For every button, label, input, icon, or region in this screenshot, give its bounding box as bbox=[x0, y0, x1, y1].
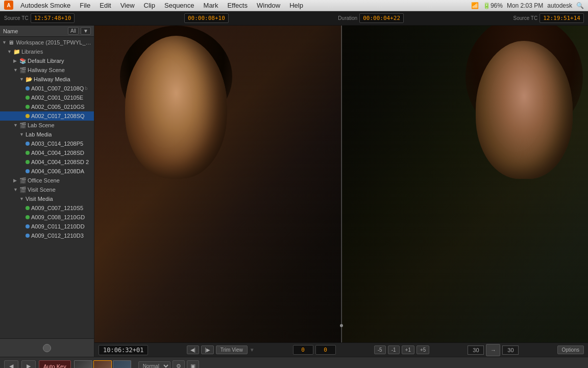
tool-btn-2[interactable]: ▶ bbox=[21, 360, 36, 369]
sidebar-item-a003c014[interactable]: A003_C014_1208P5 bbox=[0, 139, 94, 148]
thumbnail-3[interactable] bbox=[113, 360, 131, 369]
app-logo: A bbox=[4, 1, 13, 11]
frame-push-button[interactable]: → bbox=[486, 344, 500, 356]
trim-view-button[interactable]: Trim View bbox=[216, 346, 248, 354]
sidebar-item-hallway-scene[interactable]: ▼ 🎬 Hallway Scene bbox=[0, 65, 94, 75]
hallway-media-label: Hallway Media bbox=[34, 76, 70, 82]
step-plus5-button[interactable]: +5 bbox=[416, 346, 429, 354]
visit-media-toggle[interactable]: ▼ bbox=[19, 196, 26, 201]
sequence-tc-group: 00:00:08+10 bbox=[184, 13, 229, 23]
visit-toggle[interactable]: ▼ bbox=[13, 187, 19, 192]
step-minus1-button[interactable]: -1 bbox=[388, 346, 400, 354]
office-scene-icon: 🎬 bbox=[19, 177, 27, 184]
library-icon: 📚 bbox=[19, 58, 27, 64]
viewer-frame-left bbox=[94, 26, 341, 342]
view-mode-select[interactable]: Normal bbox=[138, 361, 170, 368]
default-lib-toggle[interactable]: ▶ bbox=[13, 58, 19, 63]
a004c006-label: A004_C006_1208DA bbox=[31, 168, 84, 174]
a004c004-sd-label: A004_C004_1208SD bbox=[31, 150, 84, 156]
sidebar-item-a009c012[interactable]: A009_C012_1210D3 bbox=[0, 231, 94, 240]
sidebar-item-a004c004-sd2[interactable]: A004_C004_1208SD 2 bbox=[0, 157, 94, 167]
viewer-timecode[interactable]: 10:06:32+01 bbox=[99, 345, 148, 355]
workspace-toggle[interactable]: ▼ bbox=[2, 40, 8, 45]
libraries-label: Libraries bbox=[21, 49, 43, 55]
sidebar-header: Name All ▼ bbox=[0, 26, 94, 37]
sidebar-item-lab-media[interactable]: ▼ Lab Media bbox=[0, 130, 94, 139]
menu-clip[interactable]: Clip bbox=[140, 1, 159, 10]
menu-mark[interactable]: Mark bbox=[200, 1, 223, 10]
options-button[interactable]: Options bbox=[557, 346, 584, 354]
sidebar-item-a001c007[interactable]: A001_C007_02108Q b bbox=[0, 84, 94, 93]
menu-help[interactable]: Help bbox=[285, 1, 307, 10]
sidebar-all-button[interactable]: All bbox=[68, 27, 79, 35]
sidebar-item-a002c017[interactable]: A002_C017_1208SQ bbox=[0, 111, 94, 121]
lab-scene-toggle[interactable]: ▼ bbox=[13, 123, 19, 128]
trim-right-input[interactable] bbox=[315, 345, 336, 355]
frame-count-2[interactable] bbox=[502, 346, 519, 355]
duration-value[interactable]: 00:00:04+22 bbox=[359, 13, 404, 23]
timecode-bar: Source TC 12:57:48+10 00:00:08+10 Durati… bbox=[0, 11, 588, 26]
menu-view[interactable]: View bbox=[116, 1, 139, 10]
source-tc-value[interactable]: 12:57:48+10 bbox=[31, 13, 75, 23]
sidebar-item-lab-scene[interactable]: ▼ 🎬 Lab Scene bbox=[0, 121, 94, 130]
sidebar-item-hallway-media[interactable]: ▼ 📂 Hallway Media bbox=[0, 75, 94, 84]
menu-file[interactable]: File bbox=[76, 1, 94, 10]
a009c012-label: A009_C012_1210D3 bbox=[31, 233, 84, 239]
sidebar-item-a009c008[interactable]: A009_C008_1210GD bbox=[0, 213, 94, 222]
prev-trim-button[interactable]: ◀| bbox=[187, 346, 200, 354]
clip-dot-a009c007 bbox=[26, 206, 30, 210]
auto-key-button[interactable]: Auto Key bbox=[39, 360, 71, 369]
view-icon-btn-2[interactable]: ▣ bbox=[187, 360, 199, 369]
lab-scene-icon: 🎬 bbox=[19, 122, 27, 129]
sidebar-item-a009c007[interactable]: A009_C007_1210S5 bbox=[0, 203, 94, 213]
step-plus1-button[interactable]: +1 bbox=[402, 346, 414, 354]
libraries-toggle[interactable]: ▼ bbox=[7, 49, 13, 54]
scene-icon: 🎬 bbox=[19, 67, 27, 74]
step-minus5-button[interactable]: -5 bbox=[374, 346, 386, 354]
sidebar-item-libraries[interactable]: ▼ 📁 Libraries bbox=[0, 47, 94, 56]
sidebar-item-a002c005[interactable]: A002_C005_0210GS bbox=[0, 102, 94, 111]
default-lib-label: Default Library bbox=[28, 58, 64, 64]
record-tc-value[interactable]: 12:19:51+14 bbox=[540, 13, 584, 23]
main-layout: Name All ▼ ▼ 🖥 Workspace (2015_TPWYL_01)… bbox=[0, 26, 588, 357]
menu-sequence[interactable]: Sequence bbox=[160, 1, 199, 10]
lab-media-toggle[interactable]: ▼ bbox=[19, 132, 26, 137]
sidebar-item-visit-scene[interactable]: ▼ 🎬 Visit Scene bbox=[0, 185, 94, 194]
hallway-media-toggle[interactable]: ▼ bbox=[19, 77, 26, 82]
frame-count-1[interactable] bbox=[468, 346, 484, 355]
sequence-tc-value[interactable]: 00:00:08+10 bbox=[184, 13, 229, 23]
menu-app-name[interactable]: Autodesk Smoke bbox=[16, 1, 75, 10]
visit-scene-label: Visit Scene bbox=[28, 187, 56, 193]
trim-left-input[interactable] bbox=[293, 345, 313, 355]
clip-color-dot-3 bbox=[26, 105, 30, 109]
tool-btn-1[interactable]: ◀ bbox=[4, 360, 18, 369]
menu-edit[interactable]: Edit bbox=[95, 1, 115, 10]
menu-effects[interactable]: Effects bbox=[223, 1, 252, 10]
view-icon-btn-1[interactable]: ⚙ bbox=[173, 360, 185, 369]
clip-color-dot-2 bbox=[26, 96, 30, 100]
office-toggle[interactable]: ▶ bbox=[13, 178, 19, 183]
viewer-controls-bottom: 10:06:32+01 ◀| |▶ Trim View ▼ -5 -1 +1 +… bbox=[94, 342, 588, 357]
sidebar-filter-button[interactable]: ▼ bbox=[81, 27, 91, 35]
thumbnail-1[interactable] bbox=[74, 360, 92, 369]
sidebar-item-a009c011[interactable]: A009_C011_1210DD bbox=[0, 222, 94, 231]
source-tc-label: Source TC bbox=[4, 15, 29, 21]
thumbnail-2[interactable] bbox=[93, 360, 112, 369]
sidebar-item-workspace[interactable]: ▼ 🖥 Workspace (2015_TPWYL_01) bbox=[0, 38, 94, 47]
search-icon[interactable]: 🔍 bbox=[576, 2, 584, 9]
sidebar-item-a004c006[interactable]: A004_C006_1208DA bbox=[0, 167, 94, 176]
sidebar-item-default-library[interactable]: ▶ 📚 Default Library bbox=[0, 56, 94, 65]
clip-color-dot-4 bbox=[26, 114, 30, 118]
next-trim-button[interactable]: |▶ bbox=[201, 346, 214, 354]
hallway-scene-toggle[interactable]: ▼ bbox=[13, 67, 19, 73]
office-scene-label: Office Scene bbox=[28, 177, 60, 183]
menu-window[interactable]: Window bbox=[253, 1, 284, 10]
viewer-frame-right bbox=[341, 26, 589, 342]
sidebar-item-office-scene[interactable]: ▶ 🎬 Office Scene bbox=[0, 176, 94, 185]
duration-group: Duration 00:00:04+22 bbox=[338, 13, 404, 23]
sidebar-item-a004c004-sd[interactable]: A004_C004_1208SD bbox=[0, 148, 94, 157]
sidebar-item-a002c001[interactable]: A002_C001_02105E bbox=[0, 93, 94, 102]
a001c007-label: A001_C007_02108Q bbox=[31, 85, 84, 91]
sidebar-item-visit-media[interactable]: ▼ Visit Media bbox=[0, 194, 94, 203]
a003c014-label: A003_C014_1208P5 bbox=[31, 141, 83, 147]
